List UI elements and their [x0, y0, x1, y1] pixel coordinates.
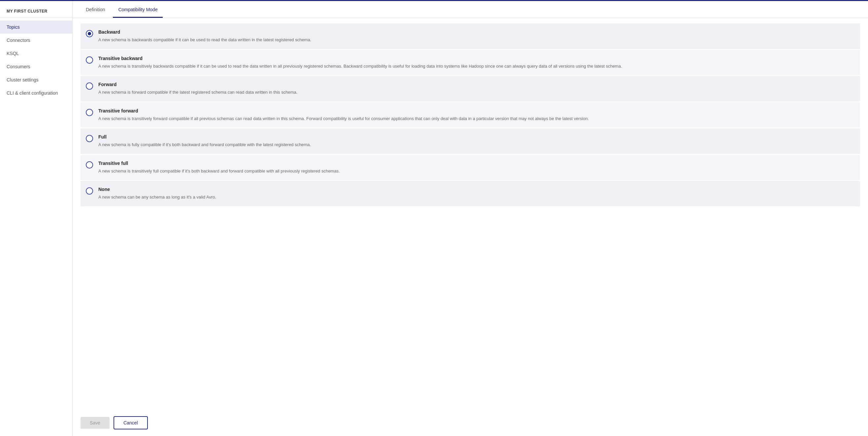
option-title-full: Full	[98, 134, 855, 139]
option-description-forward: A new schema is forward compatible if th…	[98, 89, 855, 96]
option-content-transitive-forward: Transitive forwardA new schema is transi…	[98, 108, 855, 122]
option-row-backward[interactable]: BackwardA new schema is backwards compat…	[81, 24, 860, 49]
option-row-full[interactable]: FullA new schema is fully compatible if …	[81, 128, 860, 154]
sidebar-item-ksql[interactable]: KSQL	[0, 47, 72, 60]
sidebar-item-cluster-settings[interactable]: Cluster settings	[0, 73, 72, 87]
option-row-transitive-forward[interactable]: Transitive forwardA new schema is transi…	[81, 102, 860, 128]
option-content-none: NoneA new schema can be any schema as lo…	[98, 187, 855, 201]
radio-full[interactable]	[86, 135, 93, 142]
radio-none[interactable]	[86, 187, 93, 195]
option-description-transitive-forward: A new schema is transitively forward com…	[98, 115, 855, 122]
option-title-none: None	[98, 187, 855, 192]
option-row-none[interactable]: NoneA new schema can be any schema as lo…	[81, 181, 860, 206]
option-title-transitive-backward: Transitive backward	[98, 56, 855, 61]
option-title-transitive-forward: Transitive forward	[98, 108, 855, 113]
option-content-transitive-backward: Transitive backwardA new schema is trans…	[98, 56, 855, 70]
option-content-transitive-full: Transitive fullA new schema is transitiv…	[98, 161, 855, 174]
cluster-name: MY FIRST CLUSTER	[0, 6, 72, 18]
option-description-transitive-backward: A new schema is transitively backwards c…	[98, 63, 855, 70]
sidebar-item-consumers[interactable]: Consumers	[0, 60, 72, 73]
option-title-backward: Backward	[98, 29, 855, 35]
sidebar-nav: TopicsConnectorsKSQLConsumersCluster set…	[0, 21, 72, 100]
option-description-backward: A new schema is backwards compatible if …	[98, 37, 855, 43]
option-row-forward[interactable]: ForwardA new schema is forward compatibl…	[81, 76, 860, 102]
sidebar-item-cli-client[interactable]: CLI & client configuration	[0, 87, 72, 100]
option-title-transitive-full: Transitive full	[98, 161, 855, 166]
cancel-button[interactable]: Cancel	[114, 416, 148, 429]
tab-compatibility-mode[interactable]: Compatibility Mode	[113, 1, 163, 18]
option-content-forward: ForwardA new schema is forward compatibl…	[98, 82, 855, 96]
option-description-none: A new schema can be any schema as long a…	[98, 194, 855, 201]
sidebar-item-topics[interactable]: Topics	[0, 21, 72, 34]
radio-forward[interactable]	[86, 82, 93, 90]
radio-backward[interactable]	[86, 30, 93, 37]
footer-actions: Save Cancel	[72, 410, 868, 436]
option-row-transitive-backward[interactable]: Transitive backwardA new schema is trans…	[81, 50, 860, 75]
sidebar-item-connectors[interactable]: Connectors	[0, 34, 72, 47]
option-content-backward: BackwardA new schema is backwards compat…	[98, 29, 855, 43]
sidebar: MY FIRST CLUSTER TopicsConnectorsKSQLCon…	[0, 1, 72, 436]
options-container: BackwardA new schema is backwards compat…	[72, 18, 868, 410]
radio-transitive-forward[interactable]	[86, 109, 93, 116]
option-row-transitive-full[interactable]: Transitive fullA new schema is transitiv…	[81, 155, 860, 180]
radio-transitive-backward[interactable]	[86, 57, 93, 64]
option-content-full: FullA new schema is fully compatible if …	[98, 134, 855, 148]
tab-definition[interactable]: Definition	[81, 1, 110, 18]
tabs-bar: DefinitionCompatibility Mode	[72, 1, 868, 18]
save-button[interactable]: Save	[81, 417, 110, 429]
radio-transitive-full[interactable]	[86, 161, 93, 169]
option-description-full: A new schema is fully compatible if it's…	[98, 141, 855, 148]
option-title-forward: Forward	[98, 82, 855, 87]
main-content: DefinitionCompatibility Mode BackwardA n…	[72, 1, 868, 436]
option-description-transitive-full: A new schema is transitively full compat…	[98, 168, 855, 174]
